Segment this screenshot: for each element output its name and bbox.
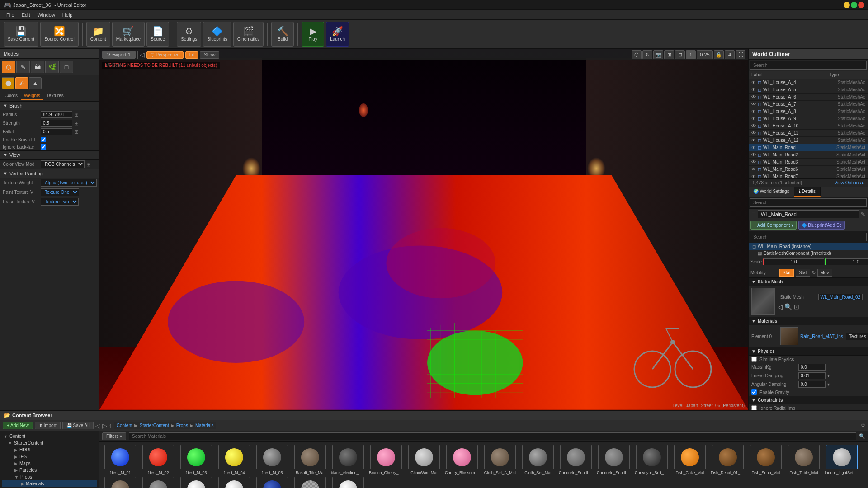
erase-texture-select[interactable]: Texture Two [41,198,79,206]
vp-icon-num[interactable]: 4 [725,50,735,59]
colors-tab[interactable]: Colors [2,92,20,100]
outliner-col-label[interactable]: Label [749,71,826,79]
mobility-static-2[interactable]: Stat [796,269,810,277]
outliner-item-12[interactable]: 👁◻WL_Main_Road6StaticMeshAct [749,166,868,173]
source-control-button[interactable]: 🔀 Source Control [40,22,79,47]
angular-damping-input[interactable] [798,381,826,388]
filters-button[interactable]: Filters ▾ [102,432,126,440]
textures-tab[interactable]: Textures [44,92,66,100]
mesh-browse-icon[interactable]: ◁ [778,303,783,310]
mat-item-1[interactable]: 1test_M_02 [140,445,176,475]
mat-item-17[interactable]: Fish_Soup_Mat [748,445,784,475]
vertex-painting-header[interactable]: ▼ Vertex Painting [0,169,99,178]
menu-file[interactable]: File [3,12,18,18]
linear-damping-input[interactable] [798,372,826,379]
viewport-tab[interactable]: Viewport 1 [102,51,136,59]
constraints-divider[interactable]: ▼ Constraints [749,396,868,404]
outliner-item-4[interactable]: 👁◻WL_House_A_8StaticMeshAc [749,108,868,115]
outliner-item-3[interactable]: 👁◻WL_House_A_7StaticMeshAc [749,101,868,108]
mat-item-18[interactable]: Fish_Table_Mat [786,445,822,475]
outliner-item-9[interactable]: 👁◻WL_Main_RoadStaticMeshAct [749,144,868,151]
outliner-item-5[interactable]: 👁◻WL_House_A_9StaticMeshAc [749,115,868,122]
mobility-movable[interactable]: Mov [817,269,832,277]
mesh-search-icon[interactable]: 🔍 [784,303,792,310]
tree-particles[interactable]: ▶Particles [2,467,97,474]
mode-geometry[interactable]: □ [60,61,73,73]
menu-edit[interactable]: Edit [18,12,34,18]
world-settings-tab[interactable]: 🌍 World Settings [749,187,794,197]
mat-item-21[interactable]: InerRoom_Wall_Inst1 [140,477,176,488]
mat-item-0[interactable]: 1test_M_01 [102,445,138,475]
view-section-header[interactable]: ▼ View [0,150,99,160]
mat-item-7[interactable]: Brunch_Cherry_Mat [368,445,404,475]
actor-name-input[interactable] [758,210,859,218]
settings-button[interactable]: ⚙ Settings [177,22,201,47]
weight-select[interactable]: 🖌 [15,77,28,89]
radius-expand[interactable]: ⊞ [74,112,79,118]
mat-item-5[interactable]: Basalt_Tile_Mat [292,445,328,475]
component-search-input[interactable] [750,233,867,241]
vp-icon-1[interactable]: ⬡ [632,50,642,59]
mat-item-26[interactable]: Moon_Mat [330,477,366,488]
tree-props[interactable]: ▼Props [2,474,97,480]
save-all-button[interactable]: 💾 Save All [62,422,94,429]
mat-item-2[interactable]: 1test_M_03 [178,445,214,475]
mat-item-19[interactable]: Indoor_LightSet_Mat [824,445,860,475]
falloff-expand[interactable]: ⊞ [74,129,79,135]
outliner-item-2[interactable]: 👁◻WL_House_A_6StaticMeshAc [749,94,868,101]
color-view-mode-select[interactable]: RGB Channels [41,160,85,168]
physics-divider[interactable]: ▼ Physics [749,347,868,356]
tree-hdri[interactable]: ▶HDRI [2,446,97,453]
brush-section-header[interactable]: ▼ Brush [0,101,99,110]
mat-item-6[interactable]: black_elecline_Mat [330,445,366,475]
mat-item-11[interactable]: Cloth_Set_Mat [520,445,556,475]
static-mesh-divider[interactable]: ▼ Static Mesh [749,277,868,286]
add-new-button[interactable]: + Add New [3,422,33,429]
outliner-search-input[interactable] [750,61,867,70]
scale-y[interactable] [825,258,868,265]
details-tab[interactable]: ℹ Details [794,187,821,197]
tree-materials[interactable]: ▶Materials [2,480,97,487]
outliner-item-0[interactable]: 👁◻WL_House_A_4StaticMeshAc [749,79,868,86]
breadcrumb-content[interactable]: Content [117,423,132,428]
view-options-outliner[interactable]: View Options ▸ [834,180,864,185]
mat-item-12[interactable]: Concrete_Seattle_Parking_MAT [558,445,594,475]
lit-btn[interactable]: Lit [185,51,198,59]
vp-icon-fov[interactable]: 0.25 [697,50,713,59]
mat-item-23[interactable]: light_sign_MAT_Inst1 [216,477,252,488]
perspective-btn[interactable]: ⬡ Perspective [146,51,184,59]
enable-brush-checkbox[interactable] [41,137,46,142]
vp-icon-6[interactable]: 1 [686,50,696,59]
vp-icon-2[interactable]: ↻ [642,50,652,59]
vp-icon-maximize[interactable]: ⛶ [736,50,745,59]
mat-item-13[interactable]: Concrete_Seattle_Parking_MAT_2 [596,445,632,475]
menu-help[interactable]: Help [59,12,76,18]
strength-input[interactable] [41,120,72,127]
mat-item-4[interactable]: 1test_M_05 [254,445,290,475]
breadcrumb-starter[interactable]: StarterContent [140,423,169,428]
outliner-item-7[interactable]: 👁◻WL_House_A_11StaticMeshAc [749,130,868,137]
mat-item-16[interactable]: Fish_Decal_01_Mat [710,445,746,475]
material-value[interactable]: Rain_Road_MAT_Ins [800,334,843,339]
simulate-physics-checkbox[interactable] [751,357,757,362]
history-forward-button[interactable]: ▷ [102,422,107,429]
mode-paint[interactable]: ✎ [16,61,30,73]
vp-arrow-left[interactable]: ◁ [140,51,145,58]
texture-select[interactable]: ▲ [29,77,42,89]
static-mesh-value[interactable]: WL_Main_Road_02 [818,294,863,300]
cb-settings-icon[interactable]: ⚙ [861,422,865,428]
mobility-static-1[interactable]: Stat [779,269,794,277]
paint-texture-select[interactable]: Texture One [41,188,79,196]
actor-edit-icon[interactable]: ✎ [861,211,865,217]
materials-divider[interactable]: ▼ Materials [749,317,868,325]
mesh-copy-icon[interactable]: ⊡ [794,303,799,310]
vp-icon-3[interactable]: 📷 [653,50,663,59]
strength-expand[interactable]: ⊞ [74,120,79,127]
falloff-input[interactable] [41,128,72,135]
radius-input[interactable] [41,111,72,118]
show-btn[interactable]: Show [200,51,219,59]
outliner-col-type[interactable]: Type [826,71,868,79]
mat-item-25[interactable]: Master_MAT [292,477,328,488]
mat-item-15[interactable]: Fish_Cake_Mat [672,445,708,475]
mode-landscape[interactable]: 🏔 [31,61,44,73]
